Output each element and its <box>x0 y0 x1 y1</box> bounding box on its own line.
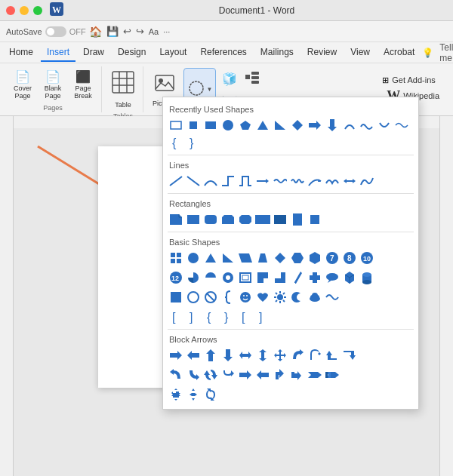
bs-parallelogram[interactable] <box>237 250 254 266</box>
ba-callout-arrow[interactable] <box>289 367 306 383</box>
bs-callout[interactable] <box>324 269 341 286</box>
rect-wider[interactable] <box>254 211 271 228</box>
bs-heart[interactable] <box>254 289 271 306</box>
cover-page-button[interactable]: 📄 CoverPage <box>9 68 36 103</box>
shape-arrow-right[interactable] <box>307 117 323 134</box>
smartart-button[interactable] <box>242 66 263 91</box>
bs-right-triangle[interactable] <box>220 250 236 266</box>
redo-icon[interactable]: ↪ <box>136 26 144 37</box>
line-curved[interactable] <box>202 173 219 189</box>
bs-donut[interactable] <box>220 269 236 286</box>
tab-references[interactable]: References <box>194 44 252 62</box>
tab-layout[interactable]: Layout <box>153 44 193 62</box>
bs-rect-outline[interactable] <box>237 269 254 286</box>
ba-quad[interactable] <box>272 347 288 364</box>
ba-u-turn[interactable] <box>307 347 323 364</box>
bs-pie[interactable] <box>185 269 202 286</box>
rect-folded[interactable] <box>168 211 184 228</box>
save-icon[interactable]: 💾 <box>106 26 119 37</box>
bs-sun[interactable] <box>272 289 288 306</box>
tab-home[interactable]: Home <box>3 44 39 62</box>
ba-striped[interactable] <box>324 367 341 383</box>
close-button[interactable] <box>6 6 15 15</box>
ba-up[interactable] <box>202 347 219 364</box>
bs-wave-shape[interactable] <box>324 289 341 306</box>
tell-me[interactable]: Tell me <box>439 42 453 63</box>
bs-cube[interactable] <box>341 269 358 286</box>
ba-right[interactable] <box>168 347 184 364</box>
bs-no-symbol[interactable] <box>202 289 219 306</box>
get-addins-button[interactable]: ⊞ Get Add-ins <box>382 75 444 85</box>
tab-design[interactable]: Design <box>112 44 152 62</box>
ba-curved-right[interactable] <box>289 347 306 364</box>
bs-brace-close3[interactable]: } <box>220 309 236 325</box>
page-break-button[interactable]: ⬛ PageBreak <box>69 68 97 103</box>
shape-arrow-down[interactable] <box>324 117 341 134</box>
ba-left-up[interactable] <box>324 347 341 364</box>
bs-l-shape2[interactable] <box>272 269 288 286</box>
ba-left-arrow2[interactable] <box>254 367 271 383</box>
blank-page-button[interactable]: 📄 BlankPage <box>39 68 66 103</box>
rect-small[interactable] <box>307 211 323 228</box>
shape-brace-open[interactable]: { <box>168 134 184 151</box>
rect-snipped[interactable] <box>220 211 236 228</box>
bs-square-filled[interactable] <box>168 289 184 306</box>
ba-up-down[interactable] <box>254 347 271 364</box>
bs-smiley[interactable] <box>237 289 254 306</box>
tab-view[interactable]: View <box>344 44 376 62</box>
ba-looping[interactable] <box>220 367 236 383</box>
line-elbow[interactable] <box>220 173 236 189</box>
bs-triangle[interactable] <box>202 250 219 266</box>
line-wavy[interactable] <box>272 173 288 189</box>
line-diagonal[interactable] <box>185 173 202 189</box>
undo-icon[interactable]: ↩ <box>123 26 131 37</box>
tab-review[interactable]: Review <box>301 44 343 62</box>
bs-bracket-close[interactable]: ] <box>185 309 202 325</box>
ba-move[interactable] <box>168 386 184 403</box>
ba-resize[interactable] <box>185 386 202 403</box>
home-icon[interactable]: 🏠 <box>89 26 102 38</box>
shape-wave[interactable] <box>359 117 375 134</box>
bs-chord[interactable] <box>202 269 219 286</box>
line-zigzag[interactable] <box>324 173 341 189</box>
ba-right-down[interactable] <box>341 347 358 364</box>
ba-curved-down[interactable] <box>185 367 202 383</box>
ba-right-arrow2[interactable] <box>237 367 254 383</box>
shape-parallelogram[interactable] <box>185 117 202 134</box>
tab-insert[interactable]: Insert <box>41 44 76 62</box>
ba-down[interactable] <box>220 347 236 364</box>
bs-brace-open2[interactable] <box>220 289 236 306</box>
bs-circle[interactable] <box>185 250 202 266</box>
bs-circle-outline[interactable] <box>185 289 202 306</box>
minimize-button[interactable] <box>20 6 29 15</box>
bs-bracket-close2[interactable]: ] <box>254 309 271 325</box>
shape-wave2[interactable] <box>393 117 410 134</box>
rect-dark[interactable] <box>272 211 288 228</box>
bs-diamond[interactable] <box>272 250 288 266</box>
tab-acrobat[interactable]: Acrobat <box>378 44 421 62</box>
shape-arc[interactable] <box>341 117 358 134</box>
bs-cloud[interactable] <box>307 289 323 306</box>
ba-bent-up[interactable] <box>272 367 288 383</box>
bs-circle8[interactable]: 8 <box>341 250 358 266</box>
shape-pentagon[interactable] <box>237 117 254 134</box>
line-elbow2[interactable] <box>237 173 254 189</box>
bs-pencil[interactable] <box>289 269 306 286</box>
tab-mailings[interactable]: Mailings <box>254 44 300 62</box>
autosave-toggle[interactable] <box>45 26 66 37</box>
bs-bracket-open[interactable]: [ <box>168 309 184 325</box>
bs-bracket-open2[interactable]: [ <box>237 309 254 325</box>
shape-triangle[interactable] <box>254 117 271 134</box>
shape-rect[interactable] <box>168 117 184 134</box>
bs-plus[interactable] <box>307 269 323 286</box>
maximize-button[interactable] <box>33 6 42 15</box>
shape-arc2[interactable] <box>376 117 393 134</box>
shape-right-triangle[interactable] <box>272 117 288 134</box>
bs-brace-open3[interactable]: { <box>202 309 219 325</box>
shape-diamond[interactable] <box>289 117 306 134</box>
table-button[interactable]: Table <box>108 68 138 111</box>
bs-grid[interactable] <box>168 250 184 266</box>
ba-rotate[interactable] <box>202 386 219 403</box>
line-wavy2[interactable] <box>289 173 306 189</box>
bs-cylinder[interactable] <box>359 269 375 286</box>
